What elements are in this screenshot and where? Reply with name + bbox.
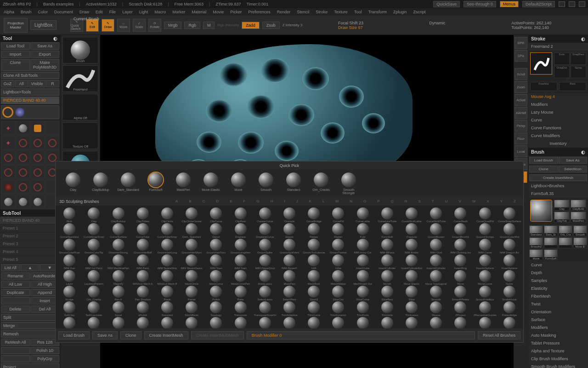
brush-small-preview[interactable]: Standard [529, 225, 543, 236]
brush-cell[interactable]: GroomColorMid [498, 223, 521, 238]
stroke-rect[interactable]: Rect [559, 82, 586, 91]
brush-saveas-button[interactable]: Save As [559, 157, 588, 164]
alpha-letter[interactable]: H [271, 199, 273, 204]
draw-size-slider[interactable]: Draw Size 97 [338, 25, 363, 30]
subtool-item[interactable]: Preset 1 [0, 224, 60, 232]
select-icon-button[interactable]: SelectIcon [559, 166, 588, 172]
brush-section-modifiers[interactable]: Modifiers [528, 324, 588, 332]
menu-document[interactable]: Document [54, 10, 73, 14]
stroke-large-preview[interactable] [530, 52, 552, 75]
import-button[interactable]: Import [1, 51, 30, 58]
menu-draw[interactable]: Draw [79, 10, 89, 14]
quickpick-brush[interactable]: MaskPen [171, 172, 195, 195]
brush-cell[interactable]: CurveQuadFill [473, 207, 497, 223]
alpha-letter[interactable]: T [432, 199, 434, 204]
brush-cell[interactable]: IMM Gun [57, 254, 81, 270]
brush-section-auto-masking[interactable]: Auto Masking [528, 332, 588, 339]
brush-cell[interactable]: GroomHairBall [131, 239, 155, 254]
m-button[interactable]: M [203, 22, 215, 29]
menus-button[interactable]: Menus [500, 1, 519, 7]
stroke-curve-modifiers[interactable]: Curve Modifiers [528, 132, 588, 140]
scroll-button[interactable]: Scroll [514, 68, 527, 80]
projection-master-button[interactable]: ProjectionMaster [4, 18, 28, 33]
tool-item[interactable] [30, 180, 45, 194]
create-insertmesh-button[interactable]: Create InsertMesh [529, 174, 587, 181]
brush-cell[interactable]: IMM ZipperDuct [253, 254, 277, 270]
brush-cell[interactable]: GroomHairShort [180, 239, 204, 254]
menu-tool[interactable]: Tool [354, 10, 362, 14]
brush-cell[interactable]: IMM Army Cur [351, 239, 375, 254]
brush-cell[interactable]: Slide [400, 286, 424, 301]
brush-cell[interactable]: SnakeHook [498, 286, 521, 301]
alpha-letter[interactable]: U [445, 199, 448, 204]
tool-item[interactable] [16, 121, 30, 135]
brush-cell[interactable]: InsertSphere [498, 254, 521, 270]
project-section[interactable]: Project [1, 363, 59, 368]
seethrough-slider[interactable]: See-through 0 [464, 1, 496, 7]
brush-cell[interactable]: GroomSplitVent [277, 239, 301, 254]
merge-section[interactable]: Merge [1, 322, 59, 329]
menu-movie[interactable]: Movie [213, 10, 224, 14]
actual-button[interactable]: Actual [514, 94, 527, 106]
local-button[interactable]: Local [514, 145, 527, 157]
tool-item[interactable] [16, 165, 30, 179]
brush-cell[interactable]: MaskCurve [204, 270, 228, 285]
alpha-letter[interactable]: A [175, 199, 178, 204]
brush-cell[interactable]: IMM Train [228, 254, 252, 270]
brush-small-preview[interactable]: MaskPen [571, 212, 586, 223]
brush-cell[interactable]: NudgeSilver [228, 317, 252, 328]
tool-item[interactable] [30, 165, 45, 179]
scale-button[interactable]: ⤢Scale [133, 19, 146, 32]
brush-cell[interactable]: Smooth [424, 286, 448, 301]
alpha-letter[interactable]: O [363, 199, 366, 204]
alpha-letter[interactable]: B [189, 199, 191, 204]
brush-cell[interactable]: CurveMesh [448, 207, 472, 223]
brush-cell[interactable]: ClipRect [228, 207, 252, 223]
brush-small-preview[interactable]: ClayBuild [571, 200, 586, 211]
brush-cell[interactable]: TrimFront [351, 301, 375, 316]
minimize-icon[interactable] [559, 1, 565, 7]
brush-small-preview[interactable]: Move [529, 249, 543, 260]
brush-section-depth[interactable]: Depth [528, 269, 588, 277]
brush-small-preview[interactable]: Clay [554, 200, 570, 211]
brush-cell[interactable]: MAHcut Mech A [106, 317, 130, 328]
menu-stroke[interactable]: Stroke [316, 10, 328, 14]
brush-cell[interactable]: Flatten [326, 223, 350, 238]
tool-item[interactable] [30, 195, 45, 209]
tool-item[interactable] [1, 195, 15, 209]
brush-small-preview[interactable] [544, 237, 558, 248]
brush-header[interactable]: Brush [531, 150, 544, 155]
brush-cell[interactable]: MoveB [155, 317, 179, 328]
brush-cell[interactable]: SK_ClayFill [375, 317, 399, 328]
brush-section-elasticity[interactable]: Elasticity [528, 285, 588, 293]
stroke-dragrect[interactable]: DragRect [571, 52, 586, 65]
brush-cell[interactable]: FlattenFlesh [57, 317, 81, 328]
alpha-letter[interactable]: K [309, 199, 311, 204]
alpha-letter[interactable]: D [216, 199, 219, 204]
brush-modifier-slider[interactable]: Brush Modifier 0 [247, 331, 475, 339]
brush-cell[interactable]: MaskPen [277, 270, 301, 285]
load-brush-button[interactable]: Load Brush [529, 157, 558, 164]
brush-cell[interactable]: InsertCylinderExt [400, 254, 424, 270]
brush-cell[interactable]: IMM Bricks [400, 239, 424, 254]
brush-cell[interactable]: GroomColorTip [82, 239, 106, 254]
brush-cell[interactable]: CurveMultiTube [424, 207, 448, 223]
brush-cell[interactable]: IMM Parts [131, 254, 155, 270]
brush-cell[interactable]: ZRemesherGuides [473, 301, 497, 316]
brush-cell[interactable]: DecoI [204, 223, 228, 238]
brush-cell[interactable]: MAHcut Mech A [131, 270, 155, 285]
brush-cell[interactable]: IMM BParts [375, 239, 399, 254]
goz-button[interactable]: GoZ [1, 80, 14, 87]
subtool-header[interactable]: SubTool [0, 210, 60, 217]
brush-cell[interactable]: Move Elastic [400, 270, 424, 285]
brush-cell[interactable]: Move [448, 270, 472, 285]
brush-cell[interactable]: FormSoftB [82, 317, 106, 328]
brush-cell[interactable]: Pen A [106, 286, 130, 301]
brush-cell[interactable]: IMM ZipperF [277, 254, 301, 270]
menu-picker[interactable]: Picker [230, 10, 242, 14]
brush-cell[interactable]: IMM Dragon Bo [498, 239, 521, 254]
brush-cell[interactable]: IMM SteamGears [180, 254, 204, 270]
brush-preview[interactable]: Brush [62, 37, 98, 63]
brush-cell[interactable]: StitchBasic [180, 301, 204, 316]
split-section[interactable]: Split [1, 314, 59, 321]
